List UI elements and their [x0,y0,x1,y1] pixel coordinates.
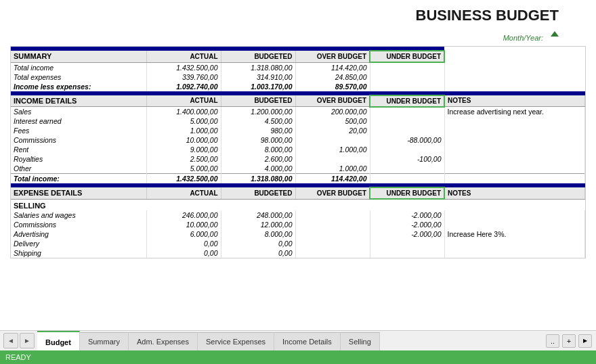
income-total-row: Total income: 1.432.500,00 1.318.080,00 … [11,174,585,184]
summary-under-0 [370,62,444,72]
summary-row-1: Total expenses 339.760,00 314.910,00 24.… [11,72,585,82]
tab-more-button[interactable]: .. [546,334,559,348]
tab-add-button[interactable]: + [562,334,576,348]
summary-budgeted-1: 314.910,00 [221,72,295,82]
income-row-2: Fees 1.000,00 980,00 20,00 [11,126,585,135]
summary-actual-2: 1.092.740,00 [146,82,221,91]
expense-budgeted-header: BUDGETED [221,187,295,199]
tab-scroll-right-button[interactable]: ▶ [578,334,592,348]
summary-under-2 [370,82,444,91]
summary-budgeted-0: 1.318.080,00 [221,62,295,72]
summary-over-header: OVER BUDGET [295,51,370,62]
expense-section-label: EXPENSE DETAILS [11,187,146,199]
budget-table: SUMMARY ACTUAL BUDGETED OVER BUDGET UNDE… [11,47,585,258]
expense-actual-header: ACTUAL [146,187,221,199]
summary-budgeted-header: BUDGETED [221,51,295,62]
income-row-4: Rent 9.000,00 8.000,00 1.000,00 [11,145,585,154]
summary-over-1: 24.850,00 [295,72,370,82]
tab-right-controls: .. + ▶ [546,331,596,350]
summary-label-2: Income less expenses: [11,82,146,91]
tab-selling[interactable]: Selling [341,332,380,350]
summary-label-1: Total expenses [11,72,146,82]
income-under-header: UNDER BUDGET [370,95,444,107]
expense-over-header: OVER BUDGET [295,187,370,199]
expense-under-header: UNDER BUDGET [370,187,444,199]
expense-row-0: Salaries and wages 246.000,00 248.000,00… [11,210,585,220]
summary-over-0: 114.420,00 [295,62,370,72]
spreadsheet-container: SUMMARY ACTUAL BUDGETED OVER BUDGET UNDE… [10,46,586,258]
summary-over-2: 89.570,00 [295,82,370,91]
summary-col-headers: SUMMARY ACTUAL BUDGETED OVER BUDGET UNDE… [11,51,585,62]
income-row-0: Sales 1.400.000,00 1.200.000,00 200.000,… [11,107,585,117]
tab-prev-button[interactable]: ◄ [3,333,18,348]
expense-notes-header: NOTES [444,187,585,199]
tab-income-details[interactable]: Income Details [274,332,341,350]
income-col-headers: INCOME DETAILS ACTUAL BUDGETED OVER BUDG… [11,95,585,107]
summary-row-2: Income less expenses: 1.092.740,00 1.003… [11,82,585,91]
main-content: BUSINESS BUDGET Month/Year: SUMMARY ACTU… [0,0,596,330]
tab-summary[interactable]: Summary [80,332,129,350]
dropdown-triangle-icon[interactable] [551,31,559,37]
income-over-header: OVER BUDGET [295,95,370,107]
summary-actual-0: 1.432.500,00 [146,62,221,72]
tab-service-expenses[interactable]: Service Expenses [198,332,274,350]
income-actual-header: ACTUAL [146,95,221,107]
expense-col-headers: EXPENSE DETAILS ACTUAL BUDGETED OVER BUD… [11,187,585,199]
status-text: READY [5,353,31,361]
tab-adm-expenses[interactable]: Adm. Expenses [129,332,198,350]
tab-bar: ◄ ► Budget Summary Adm. Expenses Service… [0,330,596,350]
income-budgeted-header: BUDGETED [221,95,295,107]
expense-row-2: Advertising 6.000,00 8.000,00 -2.000,00 … [11,229,585,239]
expense-row-1: Commissions 10.000,00 12.000,00 -2.000,0… [11,220,585,229]
summary-section-label: SUMMARY [11,51,146,62]
summary-row-0: Total income 1.432.500,00 1.318.080,00 1… [11,62,585,72]
summary-label-0: Total income [11,62,146,72]
income-section-label: INCOME DETAILS [11,95,146,107]
page-title: BUSINESS BUDGET [416,7,559,24]
income-row-1: Interest earned 5.000,00 4.500,00 500,00 [11,116,585,126]
month-year-label: Month/Year: [503,34,543,42]
summary-actual-header: ACTUAL [146,51,221,62]
header-area: BUSINESS BUDGET Month/Year: [10,7,586,42]
summary-under-header: UNDER BUDGET [370,51,444,62]
status-bar: READY [0,350,596,364]
tab-next-button[interactable]: ► [20,333,35,348]
income-row-6: Other 5.000,00 4.000,00 1.000,00 [11,164,585,174]
expense-row-3: Delivery 0,00 0,00 [11,239,585,248]
summary-budgeted-2: 1.003.170,00 [221,82,295,91]
income-row-5: Royalties 2.500,00 2.600,00 -100,00 [11,154,585,164]
tab-budget[interactable]: Budget [37,331,80,350]
income-row-3: Commissions 10.000,00 98.000,00 -88.000,… [11,135,585,145]
income-notes-header: NOTES [444,95,585,107]
selling-subheader: SELLING [11,199,585,210]
summary-under-1 [370,72,444,82]
expense-row-4: Shipping 0,00 0,00 [11,248,585,258]
summary-actual-1: 339.760,00 [146,72,221,82]
